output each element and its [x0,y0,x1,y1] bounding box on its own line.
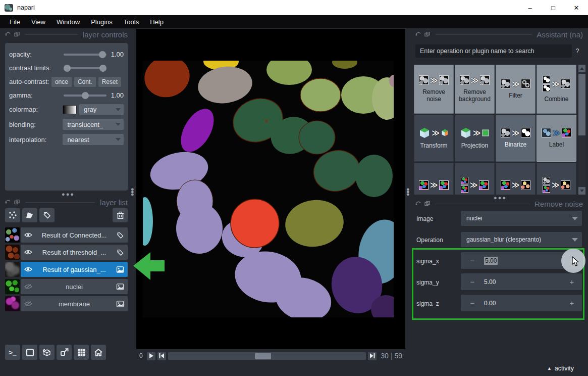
labels-image [143,61,394,317]
increment-button[interactable]: + [562,277,582,286]
menu-view[interactable]: View [26,17,51,27]
colormap-dropdown[interactable]: gray [79,104,124,115]
minimize-button[interactable]: – [518,0,542,15]
float-panel-icon[interactable] [5,32,11,37]
op-transform-button[interactable]: ≫ Transform [414,115,454,162]
hide-panel-icon[interactable] [14,32,20,37]
visibility-off-eye-icon[interactable] [24,301,32,307]
auto-contrast-reset-button[interactable]: Reset [98,77,121,87]
splitter-handle[interactable]: ●●● [62,191,75,197]
contrast-limits-slider[interactable] [64,65,106,72]
op-combine-button[interactable]: ≫ Combine [537,65,576,114]
hide-panel-icon[interactable] [424,201,430,206]
layer-row-connected[interactable]: Result of Connected... [5,227,128,243]
sigma-x-value[interactable]: 5.00 [484,257,498,265]
home-reset-view-button[interactable] [91,345,106,360]
op-filter-button[interactable]: ≫ Filter [496,65,536,114]
measurement-map-icon [521,180,530,190]
viewer-canvas[interactable] [136,29,405,349]
interpolation-dropdown[interactable]: nearest [63,134,124,145]
frame-counter: 30|59 [381,352,402,360]
float-panel-icon[interactable] [415,201,421,206]
skip-to-end-button[interactable] [368,352,377,360]
interpolation-label: interpolation: [9,136,63,144]
sigma-y-label: sigma_y [416,279,439,286]
float-panel-icon[interactable] [415,32,421,37]
shapes-icon [25,211,34,219]
hide-panel-icon[interactable] [14,200,20,205]
dock-splitter-handle[interactable]: ●●● [406,188,409,196]
menu-help[interactable]: Help [144,17,169,27]
visibility-eye-icon[interactable] [24,232,32,238]
sigma-y-spinbox[interactable]: − 5.00 + [461,273,582,290]
blending-dropdown[interactable]: translucent_ [63,119,124,130]
close-button[interactable]: ✕ [565,0,588,15]
op-process-labels-button[interactable]: ≫ [414,163,454,195]
layer-row-gaussian-selected[interactable]: Result of gaussian_... [5,262,128,277]
caret-up-icon: ▲ [547,366,552,371]
maximize-button[interactable]: □ [542,0,565,15]
op-measure-labels-button[interactable]: ≫ [496,163,536,195]
increment-button[interactable]: + [562,299,582,307]
ndisplay-2d-button[interactable] [22,345,37,360]
activity-indicator[interactable]: ▲ activity [547,365,574,372]
float-panel-icon[interactable] [5,200,11,205]
menu-bar: File View Window Plugins Tools Help [0,15,588,28]
image-dropdown[interactable]: nuclei [461,211,582,226]
menu-file[interactable]: File [4,17,26,27]
op-binarize-button[interactable]: ≫ Binarize [496,115,536,162]
dock-splitter-handle[interactable]: ●●● [131,188,134,196]
menu-window[interactable]: Window [51,17,85,27]
new-points-layer-button[interactable] [5,208,20,222]
op-remove-background-button[interactable]: ≫ Remove background [455,65,495,114]
layer-row-membrane[interactable]: membrane [5,296,128,311]
dimension-axis-label: 0 [139,352,143,359]
scroll-down-button[interactable] [578,187,585,195]
layer-row-threshold[interactable]: Result of threshold_... [5,245,128,260]
gamma-slider[interactable] [64,92,106,99]
sigma-y-value[interactable]: 5.00 [484,278,562,286]
grid-view-button[interactable] [74,345,89,360]
operations-scrollbar[interactable] [578,65,585,195]
scroll-up-button[interactable] [578,65,585,72]
sigma-z-value[interactable]: 0.00 [484,300,562,307]
auto-contrast-once-button[interactable]: once [51,77,72,87]
rotate-3d-button[interactable] [39,345,55,360]
auto-contrast-continuous-button[interactable]: Cont. [74,77,96,87]
visibility-eye-icon[interactable] [24,266,32,272]
op-parametric-map-button[interactable]: ≫ [537,163,576,195]
sigma-z-spinbox[interactable]: − 0.00 + [461,295,582,311]
help-button[interactable]: ? [572,48,583,55]
skip-to-start-button[interactable] [157,352,166,360]
labels-b-icon [461,185,468,193]
op-projection-button[interactable]: ≫ Projection [455,115,495,162]
auto-contrast-label: auto-contrast: [9,78,51,85]
gamma-value: 1.00 [106,91,124,99]
visibility-eye-icon[interactable] [24,249,32,255]
scrollbar-handle[interactable] [578,74,585,135]
op-combine-labels-button[interactable]: ≫ [455,163,495,195]
new-shapes-layer-button[interactable] [22,208,37,222]
dimension-slider-track[interactable] [168,352,366,360]
opacity-label: opacity: [9,51,64,58]
hide-panel-icon[interactable] [424,32,430,37]
operation-dropdown[interactable]: gaussian_blur (clesperanto) [461,232,582,247]
play-icon [149,353,153,358]
menu-tools[interactable]: Tools [118,17,144,27]
op-remove-noise-button[interactable]: ≫ Remove noise [414,65,454,114]
opacity-slider[interactable] [64,51,106,58]
decrement-button[interactable]: − [461,299,484,307]
visibility-off-eye-icon[interactable] [24,284,32,290]
dimension-slider-handle[interactable] [255,353,271,359]
delete-layer-button[interactable] [113,208,128,222]
play-button[interactable] [147,352,155,360]
layer-row-nuclei[interactable]: nuclei [5,279,128,294]
decrement-button[interactable]: − [461,277,484,286]
decrement-button[interactable]: − [461,256,484,265]
new-labels-layer-button[interactable] [39,208,55,222]
roll-dimensions-button[interactable] [57,345,72,360]
search-input[interactable] [415,44,572,58]
console-button[interactable]: >_ [5,345,20,360]
menu-plugins[interactable]: Plugins [85,17,118,27]
op-label-button[interactable]: ≫ Label [537,115,576,162]
